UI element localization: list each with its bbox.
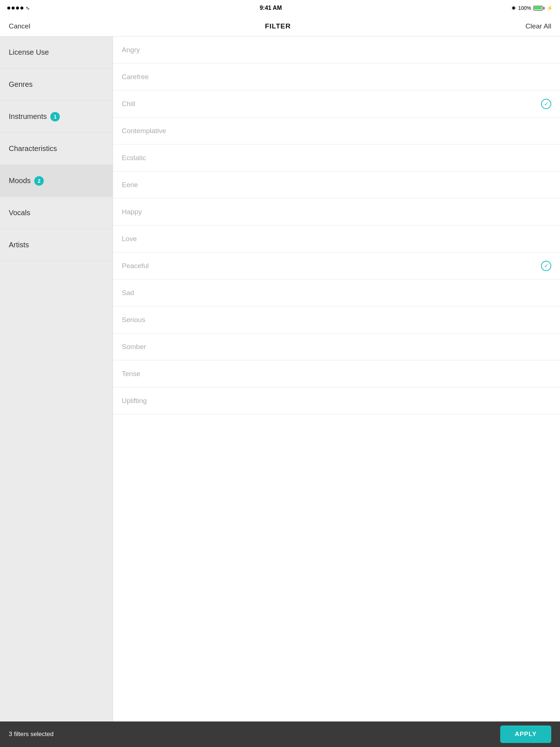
mood-label-somber: Somber — [122, 343, 146, 351]
sidebar-label-characteristics: Characteristics — [9, 144, 57, 153]
battery-tip — [544, 7, 544, 9]
main-layout: License UseGenresInstruments1Characteris… — [0, 36, 560, 721]
header: Cancel FILTER Clear All — [0, 16, 560, 36]
badge-moods: 2 — [34, 176, 44, 186]
mood-item-peaceful[interactable]: Peaceful✓ — [113, 252, 560, 279]
mood-label-happy: Happy — [122, 208, 142, 216]
footer: 3 filters selected APPLY — [0, 721, 560, 747]
battery-fill — [534, 7, 542, 9]
mood-item-somber[interactable]: Somber — [113, 333, 560, 360]
sidebar-item-genres[interactable]: Genres — [0, 69, 113, 101]
filter-title: FILTER — [265, 22, 291, 30]
clear-all-button[interactable]: Clear All — [525, 22, 551, 30]
dot-2 — [12, 7, 15, 9]
check-icon-chill: ✓ — [541, 99, 551, 109]
apply-button[interactable]: APPLY — [500, 725, 551, 743]
sidebar-item-characteristics[interactable]: Characteristics — [0, 133, 113, 165]
mood-item-sad[interactable]: Sad — [113, 279, 560, 306]
mood-label-ecstatic: Ecstatic — [122, 154, 146, 162]
dot-1 — [7, 7, 10, 9]
battery-bar — [533, 6, 544, 11]
sidebar-item-vocals[interactable]: Vocals — [0, 197, 113, 229]
sidebar-item-instruments[interactable]: Instruments1 — [0, 101, 113, 133]
mood-label-angry: Angry — [122, 46, 140, 54]
mood-item-angry[interactable]: Angry — [113, 36, 560, 63]
mood-item-tense[interactable]: Tense — [113, 360, 560, 387]
mood-item-carefree[interactable]: Carefree — [113, 63, 560, 90]
charging-icon: ⚡ — [547, 5, 553, 11]
sidebar-item-moods[interactable]: Moods2 — [0, 165, 113, 197]
battery-body — [533, 6, 543, 11]
mood-label-carefree: Carefree — [122, 73, 149, 81]
mood-item-contemplative[interactable]: Contemplative — [113, 117, 560, 144]
signal-dots — [7, 7, 23, 9]
mood-item-uplifting[interactable]: Uplifting — [113, 387, 560, 414]
status-bar: ∿ 9:41 AM ✱ 100% ⚡ — [0, 0, 560, 16]
mood-item-love[interactable]: Love — [113, 225, 560, 252]
sidebar-label-license-use: License Use — [9, 48, 49, 57]
status-time: 9:41 AM — [260, 5, 282, 11]
mood-item-ecstatic[interactable]: Ecstatic — [113, 144, 560, 171]
mood-label-contemplative: Contemplative — [122, 127, 166, 135]
sidebar-label-genres: Genres — [9, 80, 33, 89]
dot-3 — [16, 7, 19, 9]
cancel-button[interactable]: Cancel — [9, 22, 30, 30]
badge-instruments: 1 — [50, 112, 60, 121]
mood-label-eerie: Eerie — [122, 181, 138, 189]
status-left: ∿ — [7, 5, 30, 11]
bluetooth-icon: ✱ — [512, 5, 516, 11]
sidebar-label-moods: Moods — [9, 177, 31, 185]
status-right: ✱ 100% ⚡ — [512, 5, 553, 11]
wifi-icon: ∿ — [26, 5, 30, 11]
sidebar-label-vocals: Vocals — [9, 209, 30, 217]
mood-label-peaceful: Peaceful — [122, 262, 149, 270]
sidebar-item-artists[interactable]: Artists — [0, 229, 113, 261]
mood-label-sad: Sad — [122, 289, 134, 297]
mood-item-happy[interactable]: Happy — [113, 198, 560, 225]
filter-count-label: 3 filters selected — [9, 731, 54, 738]
mood-item-eerie[interactable]: Eerie — [113, 171, 560, 198]
mood-label-serious: Serious — [122, 316, 145, 324]
filter-sidebar: License UseGenresInstruments1Characteris… — [0, 36, 113, 721]
sidebar-item-license-use[interactable]: License Use — [0, 36, 113, 69]
mood-label-tense: Tense — [122, 370, 140, 378]
mood-label-uplifting: Uplifting — [122, 397, 147, 405]
dot-4 — [20, 7, 23, 9]
mood-label-chill: Chill — [122, 100, 135, 108]
mood-list: AngryCarefreeChill✓ContemplativeEcstatic… — [113, 36, 560, 721]
check-icon-peaceful: ✓ — [541, 261, 551, 271]
battery-percent: 100% — [518, 5, 531, 11]
mood-label-love: Love — [122, 235, 137, 243]
sidebar-label-instruments: Instruments — [9, 112, 47, 121]
sidebar-label-artists: Artists — [9, 241, 29, 249]
mood-item-serious[interactable]: Serious — [113, 306, 560, 333]
mood-item-chill[interactable]: Chill✓ — [113, 90, 560, 117]
